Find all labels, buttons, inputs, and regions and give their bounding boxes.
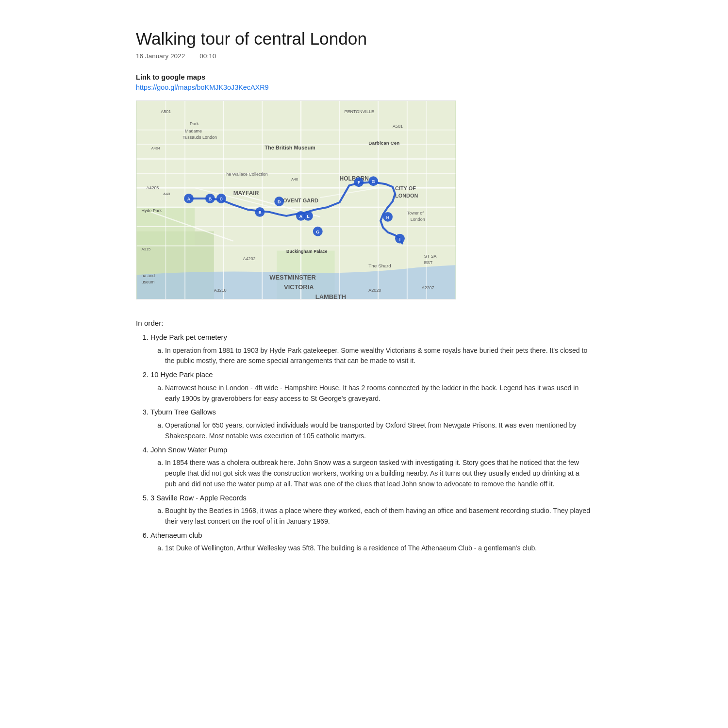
svg-text:Barbican Cen: Barbican Cen bbox=[368, 140, 399, 146]
stop-description: 1st Duke of Wellington, Arthur Wellesley… bbox=[165, 543, 592, 554]
svg-text:MAYFAIR: MAYFAIR bbox=[233, 190, 259, 197]
svg-text:Hyde Park: Hyde Park bbox=[142, 208, 162, 213]
date-label: 16 January 2022 bbox=[136, 52, 185, 60]
svg-text:A315: A315 bbox=[142, 247, 151, 251]
svg-text:WESTMINSTER: WESTMINSTER bbox=[269, 274, 316, 281]
svg-text:A501: A501 bbox=[393, 124, 403, 129]
svg-text:Buckingham Palace: Buckingham Palace bbox=[286, 249, 327, 254]
svg-text:VICTORIA: VICTORIA bbox=[284, 283, 314, 291]
svg-text:I: I bbox=[399, 237, 400, 242]
stop-title: 3 Saville Row - Apple Records bbox=[150, 494, 247, 502]
stop-description: Bought by the Beatles in 1968, it was a … bbox=[165, 506, 592, 527]
svg-text:A40: A40 bbox=[291, 177, 298, 182]
svg-text:COVENT GARD: COVENT GARD bbox=[279, 198, 318, 203]
stop-description: Operational for 650 years, convicted ind… bbox=[165, 420, 592, 442]
page-title: Walking tour of central London bbox=[136, 29, 592, 49]
svg-text:EST: EST bbox=[424, 260, 433, 265]
svg-text:Tussauds London: Tussauds London bbox=[182, 135, 217, 140]
list-item: 10 Hyde Park placeNarrowest house in Lon… bbox=[150, 369, 592, 404]
svg-text:A2020: A2020 bbox=[368, 288, 381, 293]
svg-text:A404: A404 bbox=[151, 146, 160, 150]
svg-text:The Shard: The Shard bbox=[368, 263, 391, 268]
sub-list: Bought by the Beatles in 1968, it was a … bbox=[165, 506, 592, 527]
in-order-section: In order: Hyde Park pet cemeteryIn opera… bbox=[136, 319, 592, 554]
svg-text:PENTONVILLE: PENTONVILLE bbox=[345, 109, 374, 114]
list-item: Hyde Park pet cemeteryIn operation from … bbox=[150, 332, 592, 366]
svg-text:A3218: A3218 bbox=[214, 288, 227, 293]
sub-list: In operation from 1881 to 1903 by Hyde P… bbox=[165, 346, 592, 367]
svg-text:C: C bbox=[220, 197, 223, 201]
stop-title: Tyburn Tree Gallows bbox=[150, 408, 216, 416]
stop-description: In operation from 1881 to 1903 by Hyde P… bbox=[165, 346, 592, 367]
svg-text:G: G bbox=[316, 230, 319, 234]
svg-text:L: L bbox=[307, 214, 310, 219]
list-item: John Snow Water PumpIn 1854 there was a … bbox=[150, 445, 592, 490]
stop-title: John Snow Water Pump bbox=[150, 446, 227, 454]
stop-title: 10 Hyde Park place bbox=[150, 371, 213, 379]
svg-text:London: London bbox=[411, 217, 425, 222]
svg-text:A4205: A4205 bbox=[147, 185, 159, 190]
list-item: Tyburn Tree GallowsOperational for 650 y… bbox=[150, 407, 592, 441]
svg-text:B: B bbox=[209, 197, 212, 201]
svg-text:LONDON: LONDON bbox=[395, 193, 418, 199]
google-maps-link[interactable]: https://goo.gl/maps/boKMJK3oJ3KecAXR9 bbox=[136, 83, 269, 91]
svg-text:A501: A501 bbox=[161, 109, 171, 114]
svg-text:D: D bbox=[278, 199, 281, 204]
svg-text:ria and: ria and bbox=[142, 273, 155, 278]
svg-text:A2207: A2207 bbox=[422, 285, 434, 290]
svg-text:H: H bbox=[386, 215, 389, 220]
stop-title: Athenaeum club bbox=[150, 531, 202, 539]
sub-list: 1st Duke of Wellington, Arthur Wellesley… bbox=[165, 543, 592, 554]
sub-list: In 1854 there was a cholera outbreak her… bbox=[165, 458, 592, 489]
svg-text:ST SA: ST SA bbox=[424, 254, 437, 259]
svg-text:Park: Park bbox=[190, 121, 199, 126]
sub-list: Narrowest house in London - 4ft wide - H… bbox=[165, 383, 592, 404]
svg-text:Madame: Madame bbox=[185, 129, 202, 133]
svg-text:The Wallace Collection: The Wallace Collection bbox=[224, 172, 268, 177]
svg-text:The British Museum: The British Museum bbox=[265, 145, 315, 150]
in-order-label: In order: bbox=[136, 319, 592, 327]
sub-list: Operational for 650 years, convicted ind… bbox=[165, 420, 592, 442]
svg-text:E: E bbox=[258, 210, 261, 215]
svg-text:A: A bbox=[299, 214, 303, 219]
list-item: 3 Saville Row - Apple RecordsBought by t… bbox=[150, 493, 592, 527]
link-section: Link to google maps https://goo.gl/maps/… bbox=[136, 73, 592, 92]
svg-text:A40: A40 bbox=[163, 192, 170, 196]
stop-title: Hyde Park pet cemetery bbox=[150, 333, 227, 341]
link-section-label: Link to google maps bbox=[136, 73, 592, 81]
meta-row: 16 January 2022 00:10 bbox=[136, 52, 592, 60]
map-container: A501 PENTONVILLE A501 A404 Park Madame T… bbox=[136, 100, 456, 299]
svg-text:Tower of: Tower of bbox=[407, 211, 424, 215]
svg-text:A: A bbox=[187, 197, 191, 201]
list-item: Athenaeum club1st Duke of Wellington, Ar… bbox=[150, 530, 592, 554]
svg-text:useum: useum bbox=[142, 280, 155, 284]
svg-text:A4202: A4202 bbox=[243, 256, 256, 261]
map-image: A501 PENTONVILLE A501 A404 Park Madame T… bbox=[136, 101, 456, 299]
stop-description: Narrowest house in London - 4ft wide - H… bbox=[165, 383, 592, 404]
svg-text:LAMBETH: LAMBETH bbox=[315, 293, 346, 299]
time-label: 00:10 bbox=[199, 52, 216, 60]
svg-text:F: F bbox=[358, 180, 361, 185]
svg-text:CITY OF: CITY OF bbox=[395, 185, 416, 191]
stops-list: Hyde Park pet cemeteryIn operation from … bbox=[150, 332, 592, 554]
svg-text:G: G bbox=[372, 179, 375, 184]
stop-description: In 1854 there was a cholera outbreak her… bbox=[165, 458, 592, 489]
